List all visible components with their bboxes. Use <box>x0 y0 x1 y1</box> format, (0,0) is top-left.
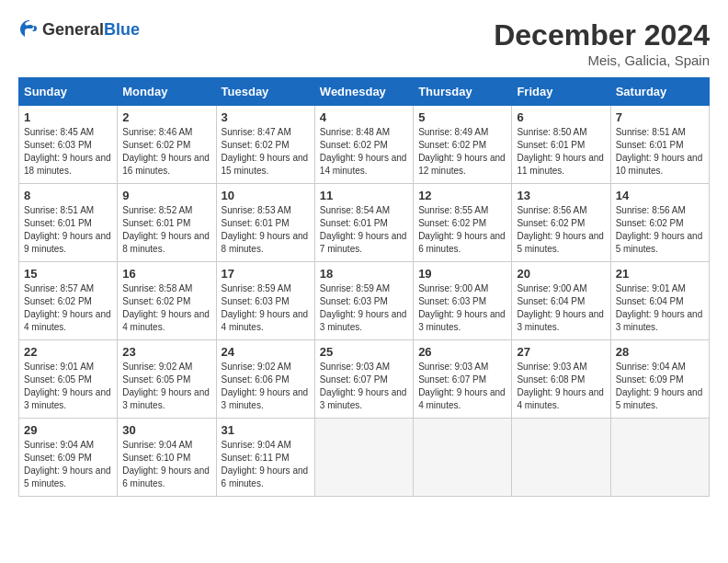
calendar-day-header: Monday <box>118 78 216 106</box>
day-number: 4 <box>320 110 408 124</box>
calendar-day-cell <box>414 419 512 497</box>
day-info: Sunrise: 8:58 AMSunset: 6:02 PMDaylight:… <box>122 283 210 332</box>
calendar-day-cell: 21Sunrise: 9:01 AMSunset: 6:04 PMDayligh… <box>610 262 709 340</box>
day-info: Sunrise: 8:51 AMSunset: 6:01 PMDaylight:… <box>616 127 703 176</box>
day-number: 22 <box>24 345 112 359</box>
location-title: Meis, Galicia, Spain <box>494 52 710 68</box>
day-number: 21 <box>616 267 704 281</box>
day-number: 17 <box>222 267 310 281</box>
page-header: GeneralBlue December 2024 Meis, Galicia,… <box>18 18 710 68</box>
day-number: 26 <box>418 345 506 359</box>
calendar-day-cell: 18Sunrise: 8:59 AMSunset: 6:03 PMDayligh… <box>314 262 413 340</box>
calendar-day-header: Sunday <box>19 78 118 106</box>
calendar-header-row: SundayMondayTuesdayWednesdayThursdayFrid… <box>19 78 710 106</box>
calendar-day-cell: 12Sunrise: 8:55 AMSunset: 6:02 PMDayligh… <box>414 184 512 262</box>
day-number: 29 <box>24 423 112 437</box>
day-info: Sunrise: 9:04 AMSunset: 6:11 PMDaylight:… <box>222 440 309 488</box>
calendar-day-cell: 4Sunrise: 8:48 AMSunset: 6:02 PMDaylight… <box>314 106 413 184</box>
calendar-day-cell: 10Sunrise: 8:53 AMSunset: 6:01 PMDayligh… <box>216 184 314 262</box>
day-info: Sunrise: 9:04 AMSunset: 6:09 PMDaylight:… <box>24 440 111 488</box>
calendar-day-cell: 16Sunrise: 8:58 AMSunset: 6:02 PMDayligh… <box>118 262 216 340</box>
day-number: 16 <box>122 267 210 281</box>
day-number: 15 <box>24 267 112 281</box>
day-number: 27 <box>517 345 605 359</box>
calendar-table: SundayMondayTuesdayWednesdayThursdayFrid… <box>18 77 710 497</box>
calendar-day-cell: 15Sunrise: 8:57 AMSunset: 6:02 PMDayligh… <box>19 262 118 340</box>
calendar-day-cell: 11Sunrise: 8:54 AMSunset: 6:01 PMDayligh… <box>314 184 413 262</box>
day-number: 6 <box>517 110 605 124</box>
logo-general: General <box>42 20 104 39</box>
month-title: December 2024 <box>494 18 710 52</box>
day-info: Sunrise: 8:47 AMSunset: 6:02 PMDaylight:… <box>222 127 309 176</box>
logo-icon <box>18 18 40 40</box>
logo-text: GeneralBlue <box>42 20 140 40</box>
calendar-day-cell: 14Sunrise: 8:56 AMSunset: 6:02 PMDayligh… <box>610 184 709 262</box>
calendar-day-cell: 28Sunrise: 9:04 AMSunset: 6:09 PMDayligh… <box>610 340 709 419</box>
day-number: 7 <box>616 110 704 124</box>
calendar-day-cell: 24Sunrise: 9:02 AMSunset: 6:06 PMDayligh… <box>216 340 314 419</box>
day-number: 20 <box>517 267 605 281</box>
calendar-day-cell: 3Sunrise: 8:47 AMSunset: 6:02 PMDaylight… <box>216 106 314 184</box>
calendar-day-header: Thursday <box>414 78 512 106</box>
day-number: 8 <box>24 189 112 202</box>
calendar-day-cell: 19Sunrise: 9:00 AMSunset: 6:03 PMDayligh… <box>414 262 512 340</box>
calendar-week-row: 15Sunrise: 8:57 AMSunset: 6:02 PMDayligh… <box>19 262 710 340</box>
day-info: Sunrise: 9:04 AMSunset: 6:10 PMDaylight:… <box>122 440 210 488</box>
calendar-week-row: 29Sunrise: 9:04 AMSunset: 6:09 PMDayligh… <box>19 419 710 497</box>
calendar-day-header: Tuesday <box>216 78 314 106</box>
calendar-day-cell: 26Sunrise: 9:03 AMSunset: 6:07 PMDayligh… <box>414 340 512 419</box>
calendar-day-cell: 22Sunrise: 9:01 AMSunset: 6:05 PMDayligh… <box>19 340 118 419</box>
day-info: Sunrise: 9:01 AMSunset: 6:05 PMDaylight:… <box>24 362 111 410</box>
calendar-day-cell: 23Sunrise: 9:02 AMSunset: 6:05 PMDayligh… <box>118 340 216 419</box>
day-number: 2 <box>122 110 210 124</box>
calendar-day-cell: 20Sunrise: 9:00 AMSunset: 6:04 PMDayligh… <box>512 262 610 340</box>
day-info: Sunrise: 8:59 AMSunset: 6:03 PMDaylight:… <box>320 283 407 332</box>
day-number: 18 <box>320 267 408 281</box>
day-number: 28 <box>616 345 704 359</box>
calendar-day-header: Saturday <box>610 78 709 106</box>
day-number: 1 <box>24 110 112 124</box>
day-info: Sunrise: 9:04 AMSunset: 6:09 PMDaylight:… <box>616 362 703 410</box>
calendar-week-row: 1Sunrise: 8:45 AMSunset: 6:03 PMDaylight… <box>19 106 710 184</box>
calendar-week-row: 8Sunrise: 8:51 AMSunset: 6:01 PMDaylight… <box>19 184 710 262</box>
calendar-day-cell: 2Sunrise: 8:46 AMSunset: 6:02 PMDaylight… <box>118 106 216 184</box>
day-info: Sunrise: 8:51 AMSunset: 6:01 PMDaylight:… <box>24 205 111 254</box>
day-number: 30 <box>122 423 210 437</box>
calendar-day-cell <box>512 419 610 497</box>
calendar-day-cell: 8Sunrise: 8:51 AMSunset: 6:01 PMDaylight… <box>19 184 118 262</box>
day-info: Sunrise: 9:03 AMSunset: 6:08 PMDaylight:… <box>517 362 604 410</box>
day-number: 25 <box>320 345 408 359</box>
calendar-day-cell: 7Sunrise: 8:51 AMSunset: 6:01 PMDaylight… <box>610 106 709 184</box>
calendar-day-cell: 9Sunrise: 8:52 AMSunset: 6:01 PMDaylight… <box>118 184 216 262</box>
calendar-day-header: Friday <box>512 78 610 106</box>
calendar-day-cell: 25Sunrise: 9:03 AMSunset: 6:07 PMDayligh… <box>314 340 413 419</box>
day-info: Sunrise: 9:00 AMSunset: 6:04 PMDaylight:… <box>517 283 604 332</box>
calendar-day-cell: 31Sunrise: 9:04 AMSunset: 6:11 PMDayligh… <box>216 419 314 497</box>
day-info: Sunrise: 8:56 AMSunset: 6:02 PMDaylight:… <box>616 205 703 254</box>
day-info: Sunrise: 8:48 AMSunset: 6:02 PMDaylight:… <box>320 127 407 176</box>
day-info: Sunrise: 9:00 AMSunset: 6:03 PMDaylight:… <box>418 283 506 332</box>
day-number: 24 <box>222 345 310 359</box>
day-number: 3 <box>222 110 310 124</box>
day-info: Sunrise: 8:46 AMSunset: 6:02 PMDaylight:… <box>122 127 210 176</box>
calendar-day-cell: 30Sunrise: 9:04 AMSunset: 6:10 PMDayligh… <box>118 419 216 497</box>
day-number: 5 <box>418 110 506 124</box>
day-info: Sunrise: 8:53 AMSunset: 6:01 PMDaylight:… <box>222 205 309 254</box>
day-info: Sunrise: 8:50 AMSunset: 6:01 PMDaylight:… <box>517 127 604 176</box>
calendar-day-header: Wednesday <box>314 78 413 106</box>
day-info: Sunrise: 9:03 AMSunset: 6:07 PMDaylight:… <box>320 362 407 410</box>
calendar-day-cell: 27Sunrise: 9:03 AMSunset: 6:08 PMDayligh… <box>512 340 610 419</box>
day-info: Sunrise: 8:56 AMSunset: 6:02 PMDaylight:… <box>517 205 604 254</box>
calendar-day-cell: 5Sunrise: 8:49 AMSunset: 6:02 PMDaylight… <box>414 106 512 184</box>
day-number: 11 <box>320 189 408 202</box>
calendar-day-cell: 29Sunrise: 9:04 AMSunset: 6:09 PMDayligh… <box>19 419 118 497</box>
day-info: Sunrise: 8:54 AMSunset: 6:01 PMDaylight:… <box>320 205 407 254</box>
calendar-day-cell: 1Sunrise: 8:45 AMSunset: 6:03 PMDaylight… <box>19 106 118 184</box>
day-info: Sunrise: 8:49 AMSunset: 6:02 PMDaylight:… <box>418 127 506 176</box>
title-section: December 2024 Meis, Galicia, Spain <box>494 18 710 68</box>
day-info: Sunrise: 8:52 AMSunset: 6:01 PMDaylight:… <box>122 205 210 254</box>
calendar-day-cell: 17Sunrise: 8:59 AMSunset: 6:03 PMDayligh… <box>216 262 314 340</box>
calendar-day-cell: 6Sunrise: 8:50 AMSunset: 6:01 PMDaylight… <box>512 106 610 184</box>
day-info: Sunrise: 9:02 AMSunset: 6:05 PMDaylight:… <box>122 362 210 410</box>
day-number: 23 <box>122 345 210 359</box>
